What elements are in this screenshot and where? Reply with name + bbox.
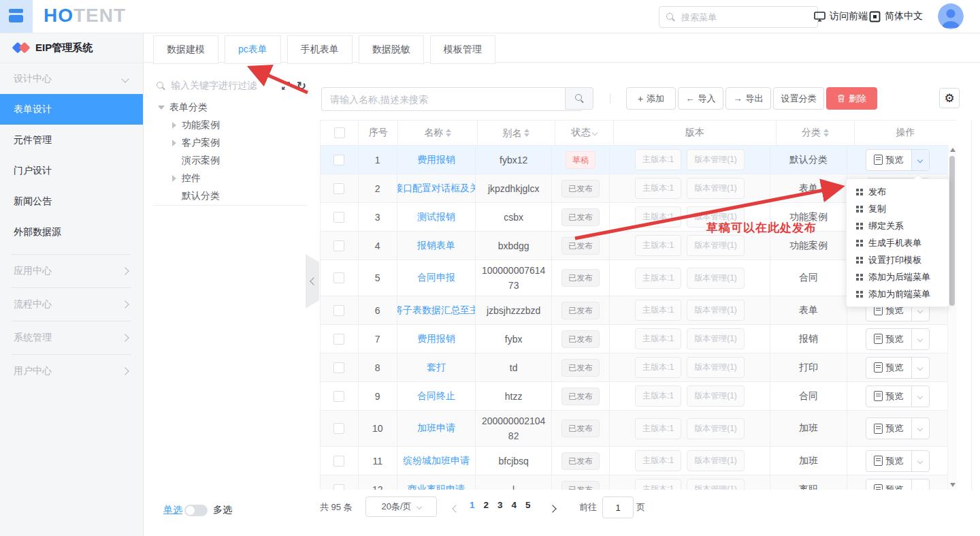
menu-search-input[interactable] [680, 12, 811, 23]
page-number[interactable]: 4 [512, 500, 517, 510]
settings-button[interactable]: ⚙ [939, 88, 960, 108]
chevron-down-icon[interactable] [911, 358, 929, 378]
tree-root-node[interactable]: 表单分类 [158, 99, 208, 116]
tree-node[interactable]: 默认分类 [172, 187, 304, 205]
next-page-button[interactable] [550, 502, 555, 514]
table-row[interactable]: 8 套打 td 已发布 主版本:1版本管理(1) 打印 预览 [321, 353, 948, 382]
version-manage-button[interactable]: 版本管理(1) [687, 385, 745, 407]
main-version-button[interactable]: 主版本:1 [635, 418, 681, 439]
avatar[interactable] [938, 3, 964, 29]
form-name-link[interactable]: 缤纷城加班申请 [403, 455, 470, 467]
goto-page-input[interactable] [602, 496, 634, 518]
set-category-button[interactable]: 设置分类 [773, 87, 824, 110]
form-name-link[interactable]: 接口配置对话框及关 [397, 183, 476, 195]
table-row[interactable]: 1 费用报销 fybx12 草稿 主版本:1版本管理(1) 默认分类 预览 [321, 146, 948, 174]
sidebar-item[interactable]: 门户设计 [0, 155, 143, 186]
main-version-button[interactable]: 主版本:1 [635, 268, 681, 289]
version-manage-button[interactable]: 版本管理(1) [687, 300, 745, 321]
version-manage-button[interactable]: 版本管理(1) [687, 418, 745, 439]
sidebar-item[interactable]: 新闻公告 [0, 186, 143, 217]
main-version-button[interactable]: 主版本:1 [635, 235, 681, 256]
tree-node[interactable]: 控件 [172, 170, 304, 187]
scroll-up-icon[interactable] [950, 148, 956, 152]
menu-item[interactable]: 生成手机表单 [847, 234, 949, 251]
tab-item[interactable]: 模板管理 [430, 35, 495, 64]
row-checkbox[interactable] [333, 391, 344, 402]
sidebar-item[interactable]: 表单设计 [0, 94, 143, 125]
form-name-link[interactable]: 合同申报 [417, 272, 455, 284]
preview-split-button[interactable]: 预览 [866, 328, 930, 350]
chevron-down-icon[interactable] [911, 329, 929, 349]
menu-item[interactable]: 设置打印模板 [847, 251, 949, 268]
filter-caret-icon[interactable] [592, 130, 598, 136]
menu-toggle-button[interactable] [0, 0, 33, 33]
version-manage-button[interactable]: 版本管理(1) [687, 479, 745, 490]
page-number[interactable]: 1 [470, 500, 475, 510]
sidebar-group-design-center[interactable]: 设计中心 [0, 63, 143, 94]
row-checkbox[interactable] [333, 484, 344, 490]
main-version-button[interactable]: 主版本:1 [635, 385, 681, 407]
form-name-link[interactable]: 费用报销 [417, 154, 455, 166]
main-version-button[interactable]: 主版本:1 [635, 149, 681, 170]
refresh-icon[interactable]: ↻ [297, 80, 306, 92]
preview-split-button[interactable]: 预览 [866, 417, 930, 439]
tab-item[interactable]: 数据建模 [153, 35, 218, 64]
tree-node[interactable]: 功能案例 [172, 116, 304, 134]
column-header-alias[interactable]: 别名 [478, 121, 555, 145]
page-number[interactable]: 2 [484, 500, 489, 510]
row-checkbox[interactable] [333, 155, 344, 165]
sidebar-group[interactable]: 用户中心 [12, 354, 131, 388]
tab-item[interactable]: pc表单 [225, 35, 281, 64]
table-row[interactable]: 10 加班申请 20000000210482 已发布 主版本:1版本管理(1) … [321, 411, 948, 447]
menu-item[interactable]: 发布 [847, 183, 949, 200]
row-checkbox[interactable] [333, 240, 344, 251]
row-checkbox[interactable] [333, 272, 344, 283]
preview-split-button[interactable]: 预览 [866, 385, 930, 407]
version-manage-button[interactable]: 版本管理(1) [687, 450, 745, 471]
scroll-down-icon[interactable] [950, 483, 956, 487]
tab-item[interactable]: 数据脱敏 [359, 35, 424, 64]
preview-split-button[interactable]: 预览 [866, 450, 930, 472]
tab-item[interactable]: 手机表单 [287, 35, 353, 64]
chevron-down-icon[interactable] [911, 386, 929, 407]
prev-page-button[interactable] [453, 502, 459, 514]
main-version-button[interactable]: 主版本:1 [635, 178, 681, 199]
menu-item[interactable]: 添加为前端菜单 [847, 285, 949, 302]
sort-icon[interactable] [524, 129, 529, 137]
row-checkbox[interactable] [333, 362, 344, 373]
sidebar-item[interactable]: 外部数据源 [0, 217, 143, 247]
version-manage-button[interactable]: 版本管理(1) [687, 357, 745, 378]
main-version-button[interactable]: 主版本:1 [635, 450, 681, 471]
main-version-button[interactable]: 主版本:1 [635, 328, 681, 349]
version-manage-button[interactable]: 版本管理(1) [687, 328, 745, 349]
version-manage-button[interactable]: 版本管理(1) [687, 178, 745, 199]
sort-icon[interactable] [823, 129, 829, 137]
sidebar-item[interactable]: 元件管理 [0, 125, 143, 155]
tree-filter-input[interactable]: 输入关键字进行过滤 [171, 80, 276, 92]
page-number[interactable]: 3 [497, 500, 503, 510]
column-header-status[interactable]: 状态 [555, 121, 614, 145]
version-manage-button[interactable]: 版本管理(1) [687, 149, 745, 170]
chevron-down-icon[interactable] [911, 150, 929, 170]
form-name-link[interactable]: 套打 [427, 362, 446, 374]
sidebar-group[interactable]: 系统管理 [12, 321, 131, 354]
main-version-button[interactable]: 主版本:1 [635, 479, 681, 490]
preview-split-button[interactable]: 预览 [866, 357, 930, 379]
sort-icon[interactable] [446, 129, 451, 137]
form-name-link[interactable]: 加班申请 [417, 422, 455, 435]
form-name-link[interactable]: 合同终止 [417, 390, 455, 403]
visit-frontend-link[interactable]: 访问前端 [814, 10, 868, 23]
chevron-down-icon[interactable] [911, 451, 929, 471]
menu-item[interactable]: 复制 [847, 200, 949, 217]
search-button[interactable] [565, 87, 593, 110]
form-name-link[interactable]: 商业离职申请 [408, 484, 465, 490]
table-row[interactable]: 11 缤纷城加班申请 bfcjbsq 已发布 主版本:1版本管理(1) 加班 预… [321, 447, 948, 475]
main-version-button[interactable]: 主版本:1 [635, 357, 681, 378]
page-size-select[interactable]: 20条/页 [365, 496, 437, 517]
column-header-name[interactable]: 名称 [398, 121, 478, 145]
row-checkbox[interactable] [333, 423, 344, 434]
preview-split-button[interactable]: 预览 [866, 479, 930, 490]
tree-node[interactable]: 演示案例 [172, 152, 304, 170]
chevron-down-icon[interactable] [911, 479, 929, 490]
sidebar-group[interactable]: 应用中心 [12, 254, 131, 287]
